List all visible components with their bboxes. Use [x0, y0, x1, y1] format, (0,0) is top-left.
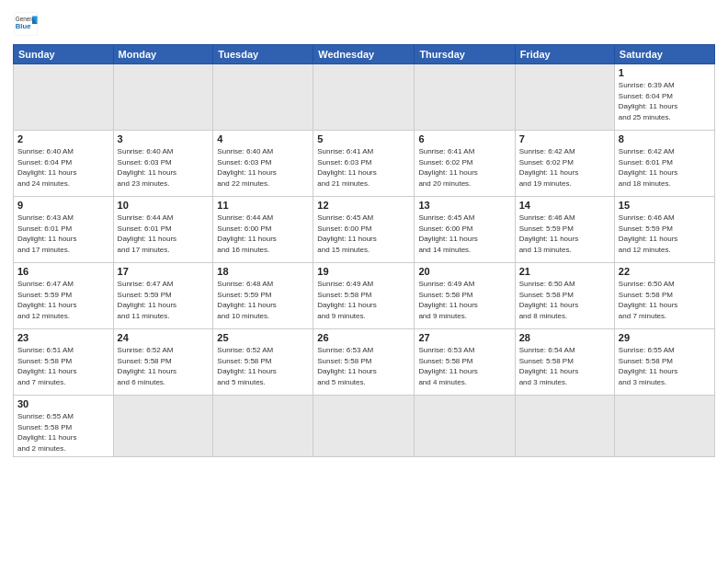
calendar-cell [614, 396, 714, 457]
day-number: 28 [519, 332, 610, 343]
day-number: 16 [17, 266, 109, 277]
day-info: Sunrise: 6:46 AM Sunset: 5:59 PM Dayligh… [519, 213, 610, 255]
day-info: Sunrise: 6:52 AM Sunset: 5:58 PM Dayligh… [118, 345, 210, 387]
calendar-cell: 4Sunrise: 6:40 AM Sunset: 6:03 PM Daylig… [213, 131, 313, 197]
day-info: Sunrise: 6:50 AM Sunset: 5:58 PM Dayligh… [619, 279, 711, 321]
day-number: 9 [17, 200, 109, 211]
calendar-cell [313, 64, 415, 131]
day-info: Sunrise: 6:49 AM Sunset: 5:58 PM Dayligh… [418, 279, 510, 321]
calendar-cell: 29Sunrise: 6:55 AM Sunset: 5:58 PM Dayli… [614, 329, 714, 396]
calendar-cell: 5Sunrise: 6:41 AM Sunset: 6:03 PM Daylig… [313, 131, 415, 197]
logo-icon: General Blue [13, 11, 39, 37]
logo: General Blue [13, 11, 39, 37]
day-number: 1 [619, 67, 711, 78]
calendar-header-friday: Friday [515, 45, 614, 64]
day-info: Sunrise: 6:53 AM Sunset: 5:58 PM Dayligh… [418, 345, 510, 387]
day-info: Sunrise: 6:40 AM Sunset: 6:03 PM Dayligh… [118, 146, 210, 189]
day-info: Sunrise: 6:39 AM Sunset: 6:04 PM Dayligh… [619, 80, 711, 122]
calendar-cell: 6Sunrise: 6:41 AM Sunset: 6:02 PM Daylig… [415, 131, 515, 197]
day-number: 12 [317, 200, 410, 211]
day-number: 30 [17, 398, 109, 409]
calendar-header-monday: Monday [113, 45, 213, 64]
calendar-header-sunday: Sunday [14, 45, 114, 64]
day-number: 25 [217, 332, 309, 343]
calendar-cell: 9Sunrise: 6:43 AM Sunset: 6:01 PM Daylig… [14, 197, 114, 263]
day-info: Sunrise: 6:44 AM Sunset: 6:00 PM Dayligh… [217, 213, 309, 255]
calendar-week-row: 9Sunrise: 6:43 AM Sunset: 6:01 PM Daylig… [14, 197, 715, 263]
day-info: Sunrise: 6:50 AM Sunset: 5:58 PM Dayligh… [519, 279, 610, 321]
day-number: 22 [619, 266, 711, 277]
calendar-cell: 30Sunrise: 6:55 AM Sunset: 5:58 PM Dayli… [14, 396, 114, 457]
day-info: Sunrise: 6:40 AM Sunset: 6:04 PM Dayligh… [17, 146, 109, 189]
day-number: 7 [519, 133, 610, 144]
day-number: 15 [619, 200, 711, 211]
calendar-header-row: SundayMondayTuesdayWednesdayThursdayFrid… [14, 45, 715, 64]
calendar-cell: 11Sunrise: 6:44 AM Sunset: 6:00 PM Dayli… [213, 197, 313, 263]
day-info: Sunrise: 6:49 AM Sunset: 5:58 PM Dayligh… [317, 279, 410, 321]
calendar-cell: 15Sunrise: 6:46 AM Sunset: 5:59 PM Dayli… [614, 197, 714, 263]
calendar-cell: 28Sunrise: 6:54 AM Sunset: 5:58 PM Dayli… [515, 329, 614, 396]
day-number: 23 [17, 332, 109, 343]
day-number: 26 [317, 332, 410, 343]
calendar-cell [415, 64, 515, 131]
calendar-cell: 17Sunrise: 6:47 AM Sunset: 5:59 PM Dayli… [113, 263, 213, 329]
day-info: Sunrise: 6:47 AM Sunset: 5:59 PM Dayligh… [17, 279, 109, 321]
day-number: 14 [519, 200, 610, 211]
day-info: Sunrise: 6:41 AM Sunset: 6:03 PM Dayligh… [317, 146, 410, 189]
calendar-cell: 14Sunrise: 6:46 AM Sunset: 5:59 PM Dayli… [515, 197, 614, 263]
calendar-cell: 13Sunrise: 6:45 AM Sunset: 6:00 PM Dayli… [415, 197, 515, 263]
calendar-week-row: 1Sunrise: 6:39 AM Sunset: 6:04 PM Daylig… [14, 64, 715, 131]
day-info: Sunrise: 6:42 AM Sunset: 6:02 PM Dayligh… [519, 146, 610, 189]
day-number: 6 [418, 133, 510, 144]
day-info: Sunrise: 6:51 AM Sunset: 5:58 PM Dayligh… [17, 345, 109, 387]
day-number: 27 [418, 332, 510, 343]
calendar-cell: 19Sunrise: 6:49 AM Sunset: 5:58 PM Dayli… [313, 263, 415, 329]
day-info: Sunrise: 6:41 AM Sunset: 6:02 PM Dayligh… [418, 146, 510, 189]
day-info: Sunrise: 6:47 AM Sunset: 5:59 PM Dayligh… [118, 279, 210, 321]
calendar-cell: 1Sunrise: 6:39 AM Sunset: 6:04 PM Daylig… [614, 64, 714, 131]
day-info: Sunrise: 6:55 AM Sunset: 5:58 PM Dayligh… [619, 345, 711, 387]
calendar-cell: 2Sunrise: 6:40 AM Sunset: 6:04 PM Daylig… [14, 131, 114, 197]
svg-text:Blue: Blue [16, 22, 31, 30]
calendar-header-tuesday: Tuesday [213, 45, 313, 64]
calendar-cell [415, 396, 515, 457]
calendar-week-row: 16Sunrise: 6:47 AM Sunset: 5:59 PM Dayli… [14, 263, 715, 329]
day-info: Sunrise: 6:53 AM Sunset: 5:58 PM Dayligh… [317, 345, 410, 387]
calendar-week-row: 23Sunrise: 6:51 AM Sunset: 5:58 PM Dayli… [14, 329, 715, 396]
day-number: 24 [118, 332, 210, 343]
day-info: Sunrise: 6:55 AM Sunset: 5:58 PM Dayligh… [17, 411, 109, 454]
calendar-cell: 23Sunrise: 6:51 AM Sunset: 5:58 PM Dayli… [14, 329, 114, 396]
day-number: 20 [418, 266, 510, 277]
calendar-week-row: 2Sunrise: 6:40 AM Sunset: 6:04 PM Daylig… [14, 131, 715, 197]
calendar-week-row: 30Sunrise: 6:55 AM Sunset: 5:58 PM Dayli… [14, 396, 715, 457]
calendar-cell: 25Sunrise: 6:52 AM Sunset: 5:58 PM Dayli… [213, 329, 313, 396]
calendar-cell: 12Sunrise: 6:45 AM Sunset: 6:00 PM Dayli… [313, 197, 415, 263]
calendar-cell [313, 396, 415, 457]
day-info: Sunrise: 6:54 AM Sunset: 5:58 PM Dayligh… [519, 345, 610, 387]
day-info: Sunrise: 6:48 AM Sunset: 5:59 PM Dayligh… [217, 279, 309, 321]
page-header: General Blue [13, 11, 715, 37]
day-number: 5 [317, 133, 410, 144]
calendar-cell: 24Sunrise: 6:52 AM Sunset: 5:58 PM Dayli… [113, 329, 213, 396]
day-number: 13 [418, 200, 510, 211]
calendar-cell: 16Sunrise: 6:47 AM Sunset: 5:59 PM Dayli… [14, 263, 114, 329]
calendar-header-thursday: Thursday [415, 45, 515, 64]
calendar-cell [213, 64, 313, 131]
calendar-cell [113, 396, 213, 457]
calendar-cell [14, 64, 114, 131]
calendar-table: SundayMondayTuesdayWednesdayThursdayFrid… [13, 44, 715, 457]
day-info: Sunrise: 6:45 AM Sunset: 6:00 PM Dayligh… [317, 213, 410, 255]
day-info: Sunrise: 6:43 AM Sunset: 6:01 PM Dayligh… [17, 213, 109, 255]
calendar-cell: 3Sunrise: 6:40 AM Sunset: 6:03 PM Daylig… [113, 131, 213, 197]
calendar-cell: 20Sunrise: 6:49 AM Sunset: 5:58 PM Dayli… [415, 263, 515, 329]
calendar-cell [213, 396, 313, 457]
day-info: Sunrise: 6:42 AM Sunset: 6:01 PM Dayligh… [619, 146, 711, 189]
calendar-cell [515, 396, 614, 457]
calendar-header-wednesday: Wednesday [313, 45, 415, 64]
day-number: 2 [17, 133, 109, 144]
calendar-cell: 8Sunrise: 6:42 AM Sunset: 6:01 PM Daylig… [614, 131, 714, 197]
calendar-cell: 27Sunrise: 6:53 AM Sunset: 5:58 PM Dayli… [415, 329, 515, 396]
calendar-cell: 26Sunrise: 6:53 AM Sunset: 5:58 PM Dayli… [313, 329, 415, 396]
calendar-cell: 18Sunrise: 6:48 AM Sunset: 5:59 PM Dayli… [213, 263, 313, 329]
calendar-cell: 22Sunrise: 6:50 AM Sunset: 5:58 PM Dayli… [614, 263, 714, 329]
